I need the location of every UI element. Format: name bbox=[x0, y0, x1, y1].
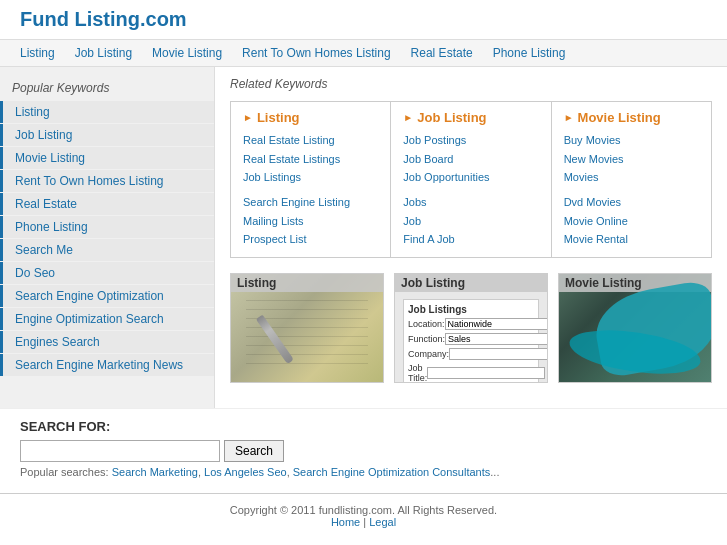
sidebar-item-engine-opt[interactable]: Engine Optimization Search bbox=[0, 308, 214, 330]
popular-search-1[interactable]: Search Marketing bbox=[112, 466, 198, 478]
nav-listing[interactable]: Listing bbox=[20, 46, 55, 60]
related-keywords-title: Related Keywords bbox=[230, 77, 712, 91]
footer-links: Home | Legal bbox=[10, 516, 717, 528]
search-input[interactable] bbox=[20, 440, 220, 462]
popular-search-2[interactable]: Los Angeles Seo bbox=[204, 466, 287, 478]
arrow-icon: ► bbox=[564, 112, 574, 123]
copyright-text: Copyright © 2011 fundlisting.com. All Ri… bbox=[10, 504, 717, 516]
sidebar-item-seo[interactable]: Search Engine Optimization bbox=[0, 285, 214, 307]
card-job-listing-title: Job Listing bbox=[395, 274, 547, 292]
kw-link[interactable]: Job Postings bbox=[403, 131, 538, 150]
card-movie-listing[interactable]: Movie Listing bbox=[558, 273, 712, 383]
kw-col-listing: ► Listing Real Estate Listing Real Estat… bbox=[231, 102, 391, 257]
kw-link[interactable]: Prospect List bbox=[243, 230, 378, 249]
footer-home-link[interactable]: Home bbox=[331, 516, 360, 528]
search-label: SEARCH FOR: bbox=[20, 419, 707, 434]
kw-link[interactable]: Movie Online bbox=[564, 212, 699, 231]
sidebar: Popular Keywords Listing Job Listing Mov… bbox=[0, 67, 215, 408]
keywords-grid: ► Listing Real Estate Listing Real Estat… bbox=[230, 101, 712, 258]
sidebar-item-do-seo[interactable]: Do Seo bbox=[0, 262, 214, 284]
job-form-row-function: Function: bbox=[408, 333, 534, 345]
kw-link[interactable]: Dvd Movies bbox=[564, 193, 699, 212]
job-function-input[interactable] bbox=[445, 333, 548, 345]
job-form-row-title: Job Title: bbox=[408, 363, 534, 383]
kw-link[interactable]: Movies bbox=[564, 168, 699, 187]
arrow-icon: ► bbox=[403, 112, 413, 123]
search-section: SEARCH FOR: Search Popular searches: Sea… bbox=[0, 408, 727, 488]
nav-phone-listing[interactable]: Phone Listing bbox=[493, 46, 566, 60]
kw-link[interactable]: Search Engine Listing bbox=[243, 193, 378, 212]
main-layout: Popular Keywords Listing Job Listing Mov… bbox=[0, 67, 727, 408]
kw-link[interactable]: Real Estate Listing bbox=[243, 131, 378, 150]
kw-link[interactable]: Jobs bbox=[403, 193, 538, 212]
job-form-label: Location: bbox=[408, 319, 445, 329]
sidebar-item-rent-homes[interactable]: Rent To Own Homes Listing bbox=[0, 170, 214, 192]
sidebar-item-real-estate[interactable]: Real Estate bbox=[0, 193, 214, 215]
sidebar-item-sem-news[interactable]: Search Engine Marketing News bbox=[0, 354, 214, 376]
content-area: Related Keywords ► Listing Real Estate L… bbox=[215, 67, 727, 408]
site-footer: Copyright © 2011 fundlisting.com. All Ri… bbox=[0, 493, 727, 538]
kw-col-job-title: ► Job Listing bbox=[403, 110, 538, 125]
nav-real-estate[interactable]: Real Estate bbox=[411, 46, 473, 60]
sidebar-item-job-listing[interactable]: Job Listing bbox=[0, 124, 214, 146]
job-form-label: Company: bbox=[408, 349, 449, 359]
card-job-listing[interactable]: Job Listing Job Listings Location: Funct… bbox=[394, 273, 548, 383]
sidebar-item-engines-search[interactable]: Engines Search bbox=[0, 331, 214, 353]
kw-link[interactable]: Movie Rental bbox=[564, 230, 699, 249]
kw-link[interactable]: Job Opportunities bbox=[403, 168, 538, 187]
pen-icon bbox=[256, 315, 294, 365]
image-cards: Listing Job Listing Job Listings Locatio… bbox=[230, 273, 712, 383]
job-form-row-company: Company: bbox=[408, 348, 534, 360]
sidebar-item-search-me[interactable]: Search Me bbox=[0, 239, 214, 261]
sidebar-title: Popular Keywords bbox=[0, 77, 214, 101]
nav-movie-listing[interactable]: Movie Listing bbox=[152, 46, 222, 60]
sidebar-item-phone-listing[interactable]: Phone Listing bbox=[0, 216, 214, 238]
card-listing[interactable]: Listing bbox=[230, 273, 384, 383]
kw-link[interactable]: Buy Movies bbox=[564, 131, 699, 150]
footer-legal-link[interactable]: Legal bbox=[369, 516, 396, 528]
kw-link[interactable]: Job Board bbox=[403, 150, 538, 169]
job-form-label: Job Title: bbox=[408, 363, 427, 383]
kw-col-movie-listing: ► Movie Listing Buy Movies New Movies Mo… bbox=[552, 102, 711, 257]
kw-col-movie-title: ► Movie Listing bbox=[564, 110, 699, 125]
kw-link[interactable]: Find A Job bbox=[403, 230, 538, 249]
kw-col-listing-title: ► Listing bbox=[243, 110, 378, 125]
main-nav: Listing Job Listing Movie Listing Rent T… bbox=[0, 40, 727, 67]
job-form-title: Job Listings bbox=[408, 304, 534, 315]
kw-link[interactable]: Job Listings bbox=[243, 168, 378, 187]
job-location-input[interactable] bbox=[445, 318, 548, 330]
nav-job-listing[interactable]: Job Listing bbox=[75, 46, 132, 60]
search-button[interactable]: Search bbox=[224, 440, 284, 462]
site-title[interactable]: Fund Listing.com bbox=[20, 8, 187, 30]
kw-link[interactable]: Real Estate Listings bbox=[243, 150, 378, 169]
sidebar-item-listing[interactable]: Listing bbox=[0, 101, 214, 123]
kw-link[interactable]: Mailing Lists bbox=[243, 212, 378, 231]
site-header: Fund Listing.com bbox=[0, 0, 727, 40]
job-title-input[interactable] bbox=[427, 367, 545, 379]
job-form: Job Listings Location: Function: Company… bbox=[403, 299, 539, 383]
kw-link[interactable]: New Movies bbox=[564, 150, 699, 169]
popular-search-3[interactable]: Search Engine Optimization Consultants bbox=[293, 466, 491, 478]
card-listing-title: Listing bbox=[231, 274, 383, 292]
kw-link[interactable]: Job bbox=[403, 212, 538, 231]
job-form-label: Function: bbox=[408, 334, 445, 344]
job-form-row-location: Location: bbox=[408, 318, 534, 330]
sidebar-item-movie-listing[interactable]: Movie Listing bbox=[0, 147, 214, 169]
popular-searches: Popular searches: Search Marketing, Los … bbox=[20, 466, 707, 478]
arrow-icon: ► bbox=[243, 112, 253, 123]
job-company-input[interactable] bbox=[449, 348, 548, 360]
search-row: Search bbox=[20, 440, 707, 462]
nav-rent-homes[interactable]: Rent To Own Homes Listing bbox=[242, 46, 391, 60]
kw-col-job-listing: ► Job Listing Job Postings Job Board Job… bbox=[391, 102, 551, 257]
